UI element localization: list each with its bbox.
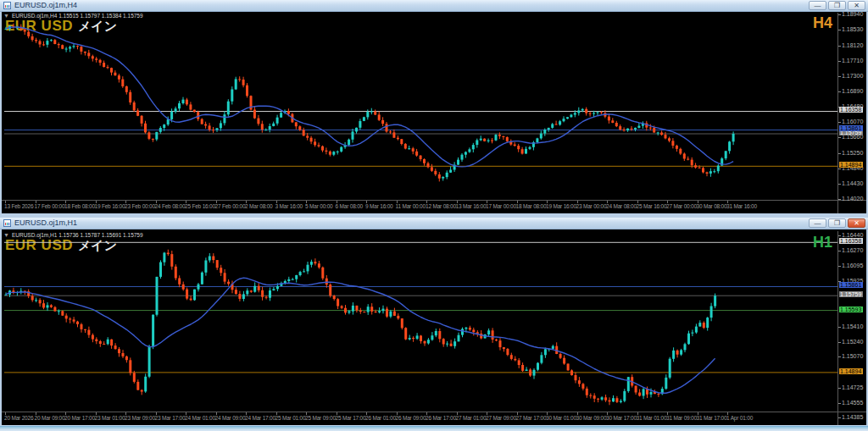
chart-window-h1: EURUSD.oj1m,H1 — ❐ ✕ ▼EURUSD.oj1m,H1 1.1… xyxy=(0,218,868,426)
status-strip xyxy=(0,426,868,431)
chart-window-icon xyxy=(3,219,11,227)
time-tick: 1 Apr 01:00 xyxy=(726,415,753,421)
chart-canvas[interactable] xyxy=(4,231,837,412)
window-title: EURUSD.oj1m,H1 xyxy=(14,218,77,229)
time-tick: 23 Mar 00:00 xyxy=(576,203,607,209)
price-scale[interactable]: 1.164401.162701.160951.159251.154101.152… xyxy=(837,231,866,425)
price-line-label: 1.14894 xyxy=(839,368,863,374)
timeframe-badge: H1 xyxy=(813,234,832,251)
chart-area-h1[interactable]: ▼EURUSD.oj1m,H1 1.15736 1.15787 1.15691 … xyxy=(2,229,866,425)
restore-button[interactable]: ❐ xyxy=(828,218,846,228)
price-line-label: 1.15861 xyxy=(839,125,863,131)
time-tick: 25 Feb 16:00 xyxy=(185,203,215,209)
price-tick: 1.18120 xyxy=(842,42,863,48)
price-tick: 1.14385 xyxy=(842,414,863,420)
price-line-label: 1.15593 xyxy=(839,307,863,312)
time-tick: 31 Mar 01:00 xyxy=(637,415,667,421)
price-tick: 1.14020 xyxy=(842,196,863,202)
time-tick: 19 Feb 16:00 xyxy=(95,203,125,209)
price-tick: 1.14555 xyxy=(842,400,863,406)
time-tick: 18 Feb 08:00 xyxy=(64,203,95,209)
price-tick: 1.16095 xyxy=(842,262,863,268)
price-tick: 1.17710 xyxy=(842,58,863,64)
time-tick: 27 Mar 17:00 xyxy=(516,415,547,421)
restore-button[interactable]: ❐ xyxy=(828,1,846,10)
time-tick: 26 Mar 17:00 xyxy=(426,415,456,421)
chart-window-h4: EURUSD.oj1m,H4 — ❐ ✕ ▼EURUSD.oj1m,H4 1.1… xyxy=(0,0,868,214)
time-tick: 20 Mar 09:00 xyxy=(35,415,65,421)
time-axis[interactable]: 13 Feb 202617 Feb 00:0018 Feb 08:0019 Fe… xyxy=(2,200,866,213)
time-tick: 27 Mar 01:00 xyxy=(456,415,487,421)
time-tick: 27 Feb 00:00 xyxy=(215,203,246,209)
time-tick: 19 Mar 16:00 xyxy=(546,203,576,209)
time-tick: 30 Mar 01:00 xyxy=(546,415,576,421)
time-tick: 24 Mar 17:00 xyxy=(245,415,275,421)
time-tick: 20 Mar 2026 xyxy=(4,415,33,421)
window-titlebar[interactable]: EURUSD.oj1m,H1 — ❐ ✕ xyxy=(0,218,868,229)
chevron-down-icon[interactable]: ▼ xyxy=(3,13,9,19)
price-scale[interactable]: 1.189401.185301.181201.177101.173001.168… xyxy=(837,13,866,213)
time-tick: 30 Mar 08:00 xyxy=(697,203,727,209)
price-tick: 1.16440 xyxy=(842,232,863,238)
mt4-workspace: EURUSD.oj1m,H4 — ❐ ✕ ▼EURUSD.oj1m,H4 1.1… xyxy=(0,0,868,431)
time-tick: 17 Feb 00:00 xyxy=(35,203,65,209)
window-title: EURUSD.oj1m,H4 xyxy=(14,0,77,11)
time-tick: 26 Mar 09:00 xyxy=(396,415,426,421)
price-tick: 1.18940 xyxy=(842,11,863,17)
time-tick: 27 Mar 00:00 xyxy=(666,203,697,209)
time-tick: 9 Mar 16:00 xyxy=(365,203,393,209)
price-line-label: 1.16358 xyxy=(839,107,863,113)
time-tick: 25 Mar 09:00 xyxy=(305,415,336,421)
window-titlebar[interactable]: EURUSD.oj1m,H4 — ❐ ✕ xyxy=(0,0,868,12)
price-line-label: 1.16358 xyxy=(839,238,863,244)
time-tick: 23 Mar 17:00 xyxy=(155,415,186,421)
time-tick: 18 Mar 08:00 xyxy=(516,203,547,209)
time-tick: 24 Mar 08:00 xyxy=(606,203,637,209)
price-tick: 1.16070 xyxy=(842,119,863,124)
price-tick: 1.15250 xyxy=(842,150,863,156)
time-tick: 31 Mar 17:00 xyxy=(697,415,727,421)
chart-window-icon xyxy=(3,2,11,9)
time-tick: 30 Mar 09:00 xyxy=(576,415,607,421)
price-tick: 1.16890 xyxy=(842,88,863,94)
chart-canvas[interactable] xyxy=(4,13,837,200)
timeframe-badge: H4 xyxy=(813,14,832,32)
time-tick: 24 Feb 08:00 xyxy=(155,203,186,209)
time-tick: 13 Mar 16:00 xyxy=(456,203,487,209)
ohlc-info-line: ▼EURUSD.oj1m,H4 1.15515 1.15797 1.15384 … xyxy=(3,13,143,19)
minimize-button[interactable]: — xyxy=(809,218,826,228)
time-tick: 2 Mar 08:00 xyxy=(245,203,273,209)
price-line-label: 1.14894 xyxy=(839,162,863,168)
time-tick: 3 Mar 16:00 xyxy=(275,203,303,209)
minimize-button[interactable]: — xyxy=(809,1,826,10)
price-tick: 1.14430 xyxy=(842,180,863,186)
price-tick: 1.16270 xyxy=(842,247,863,253)
time-tick: 25 Mar 16:00 xyxy=(637,203,667,209)
time-axis[interactable]: 20 Mar 202620 Mar 09:0020 Mar 17:0023 Ma… xyxy=(2,412,866,425)
price-line-label: 1.15759 xyxy=(839,291,863,297)
time-tick: 23 Mar 09:00 xyxy=(125,415,155,421)
time-tick: 5 Mar 00:00 xyxy=(305,203,333,209)
chart-area-h4[interactable]: ▼EURUSD.oj1m,H4 1.15515 1.15797 1.15384 … xyxy=(2,12,866,213)
time-tick: 25 Mar 01:00 xyxy=(275,415,306,421)
time-tick: 24 Mar 01:00 xyxy=(185,415,215,421)
price-tick: 1.15410 xyxy=(842,323,863,329)
price-line-label: 1.15861 xyxy=(839,282,863,288)
time-tick: 13 Feb 2026 xyxy=(4,203,33,209)
time-tick: 25 Mar 17:00 xyxy=(336,415,366,421)
price-tick: 1.15070 xyxy=(842,353,863,359)
time-tick: 31 Mar 09:00 xyxy=(666,415,697,421)
time-tick: 30 Mar 17:00 xyxy=(606,415,637,421)
ohlc-info-line: ▼EURUSD.oj1m,H1 1.15736 1.15787 1.15691 … xyxy=(3,232,143,238)
close-button[interactable]: ✕ xyxy=(848,218,865,228)
chevron-down-icon[interactable]: ▼ xyxy=(3,232,9,238)
time-tick: 23 Feb 00:00 xyxy=(125,203,155,209)
price-tick: 1.18530 xyxy=(842,26,863,32)
time-tick: 23 Mar 01:00 xyxy=(95,415,125,421)
time-tick: 6 Mar 08:00 xyxy=(336,203,364,209)
time-tick: 11 Mar 00:00 xyxy=(396,203,426,209)
time-tick: 20 Mar 17:00 xyxy=(64,415,95,421)
time-tick: 27 Mar 09:00 xyxy=(486,415,516,421)
close-button[interactable]: ✕ xyxy=(848,1,865,10)
time-tick: 24 Mar 09:00 xyxy=(215,415,246,421)
